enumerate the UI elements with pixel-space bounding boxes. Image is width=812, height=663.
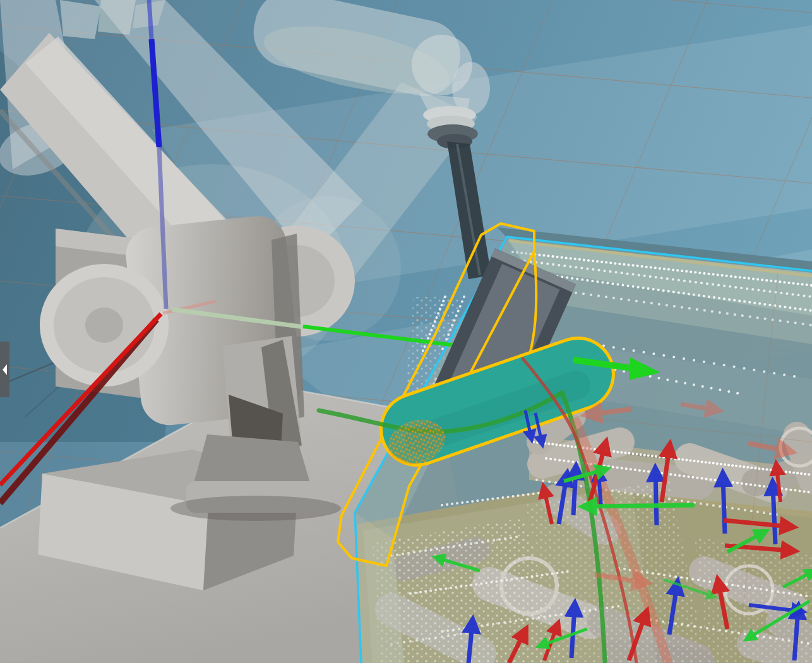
- pose-arrow: [723, 477, 725, 534]
- viewport-3d[interactable]: [0, 0, 812, 663]
- pose-arrow: [599, 474, 601, 506]
- ghost-link: [60, 0, 101, 39]
- panel-collapse-tab[interactable]: [0, 342, 9, 397]
- pose-arrow: [587, 505, 695, 506]
- shoulder-hub: [85, 308, 123, 343]
- axis-line: [149, 0, 152, 39]
- pose-arrow: [655, 472, 657, 525]
- pose-arrow: [773, 486, 775, 544]
- render-canvas[interactable]: [0, 0, 812, 663]
- base-shadow: [170, 496, 341, 521]
